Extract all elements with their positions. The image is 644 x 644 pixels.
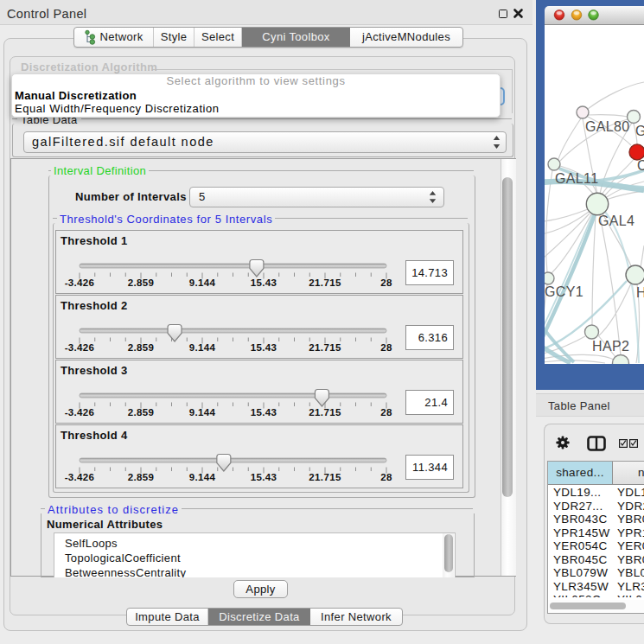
svg-text:2.859: 2.859	[128, 342, 155, 353]
svg-text:15.43: 15.43	[251, 277, 277, 288]
svg-text:21.715: 21.715	[309, 277, 341, 288]
svg-text:-3.426: -3.426	[65, 342, 95, 353]
svg-text:15.43: 15.43	[251, 407, 277, 418]
svg-text:21.715: 21.715	[309, 407, 341, 418]
svg-text:2.859: 2.859	[128, 277, 155, 288]
svg-text:GAL2: GAL2	[635, 124, 644, 138]
svg-text:-3.426: -3.426	[65, 407, 95, 418]
svg-text:28: 28	[380, 277, 392, 288]
svg-text:28: 28	[380, 472, 392, 482]
svg-text:15.43: 15.43	[251, 342, 277, 353]
svg-text:GAL4: GAL4	[598, 214, 634, 228]
svg-text:9.144: 9.144	[189, 277, 216, 288]
svg-text:15.43: 15.43	[251, 472, 277, 482]
svg-text:21.715: 21.715	[309, 472, 341, 482]
svg-text:-3.426: -3.426	[65, 277, 95, 288]
svg-text:9.144: 9.144	[189, 407, 216, 418]
svg-text:21.715: 21.715	[309, 342, 341, 353]
svg-text:CYC8: CYC8	[637, 158, 644, 173]
svg-text:GCY1: GCY1	[545, 284, 583, 299]
svg-text:9.144: 9.144	[189, 472, 216, 482]
svg-text:HAP2: HAP2	[592, 339, 629, 354]
svg-text:2.859: 2.859	[128, 407, 155, 418]
svg-text:GAL80: GAL80	[585, 119, 630, 134]
svg-text:28: 28	[380, 407, 392, 418]
svg-text:GAL11: GAL11	[555, 171, 598, 186]
svg-text:2.859: 2.859	[128, 472, 155, 482]
svg-text:9.144: 9.144	[189, 342, 216, 353]
svg-text:-3.426: -3.426	[65, 472, 95, 482]
svg-text:28: 28	[380, 342, 392, 353]
svg-text:HIS4: HIS4	[636, 285, 644, 300]
